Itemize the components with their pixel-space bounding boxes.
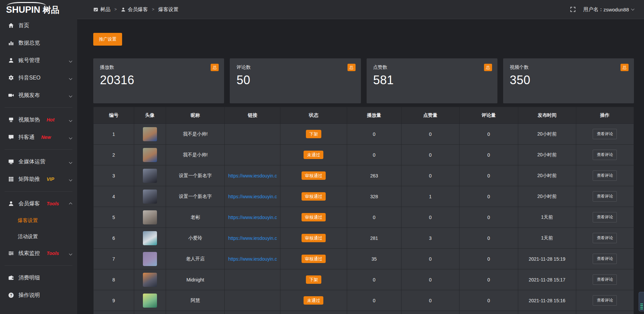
row-id: 4 (94, 186, 134, 207)
view-comments-button[interactable]: 查看评论 (593, 129, 617, 139)
sidebar-item-label: 抖客通 (18, 134, 35, 141)
sidebar-item[interactable]: 矩阵助推 VIP (0, 170, 77, 188)
fullscreen-icon[interactable] (570, 6, 576, 12)
videos-table: 编号头像昵称链接状态播放量点赞量评论量发布时间操作 1 我不是小帅! 下架 0 … (93, 107, 634, 314)
view-comments-button[interactable]: 查看评论 (593, 274, 617, 285)
sidebar-item[interactable]: 首页 (0, 17, 77, 34)
user-icon (121, 7, 126, 12)
view-comments-button[interactable]: 查看评论 (593, 295, 617, 306)
stat-value: 50 (236, 73, 354, 87)
stat-cards: 播放数 总 20316 评论数 总 50 点赞数 总 581 视频个数 总 35… (93, 58, 634, 103)
video-link[interactable]: https://www.iesdouyin.c (228, 194, 277, 199)
total-badge: 总 (484, 64, 492, 71)
sidebar-item-label: 抖音SEO (18, 74, 41, 82)
floating-widget[interactable] (639, 292, 644, 311)
sidebar-subitem-label: 活动设置 (18, 233, 38, 240)
sidebar-item[interactable]: 线索监控 Tools (0, 245, 77, 262)
chevron-icon (69, 134, 72, 140)
publish-time: 20小时前 (518, 145, 576, 165)
table-row: 7 老人开店 https://www.iesdouyin.c 审核通过 35 0… (94, 249, 634, 269)
total-badge: 总 (347, 64, 356, 71)
sidebar: SHUPIN 树品 首页 数据总览 账号管理 抖音SEO 视频发布 视频加热 (0, 0, 77, 314)
nickname: 设置一个新名字 (166, 165, 225, 186)
view-comments-button[interactable]: 查看评论 (593, 212, 617, 222)
chevron-down-icon (631, 7, 635, 10)
plays-count: 281 (347, 228, 401, 249)
column-header: 链接 (225, 107, 280, 124)
avatar (143, 231, 157, 245)
sidebar-subitem-label: 爆客设置 (18, 217, 38, 224)
svg-text:?: ? (10, 293, 12, 297)
comments-count: 0 (459, 186, 518, 207)
sidebar-item-label: 数据总览 (18, 40, 40, 47)
status-badge: 下架 (306, 275, 321, 284)
sidebar-item[interactable]: 全媒体运营 (0, 153, 77, 170)
breadcrumb-item-section[interactable]: 会员爆客 (121, 6, 148, 13)
breadcrumb-item-home[interactable]: 树品 (93, 6, 110, 13)
view-comments-button[interactable]: 查看评论 (593, 150, 617, 160)
likes-count: 0 (401, 207, 459, 228)
avatar (143, 210, 157, 224)
stat-value: 350 (510, 73, 627, 87)
table-row: 1 我不是小帅! 下架 0 0 0 20小时前 查看评论 (94, 124, 634, 145)
publish-time: 20小时前 (518, 165, 576, 186)
column-header: 评论量 (459, 107, 518, 124)
avatar (143, 273, 157, 287)
sidebar-item[interactable]: 数据总览 (0, 34, 77, 52)
sidebar-item[interactable]: 视频发布 (0, 87, 77, 104)
likes-count: 0 (401, 249, 459, 269)
comments-count: 0 (459, 165, 518, 186)
sidebar-item[interactable]: 抖音SEO (0, 69, 77, 87)
stat-label: 视频个数 (510, 64, 627, 70)
video-link[interactable]: https://www.iesdouyin.c (228, 215, 277, 220)
table-header-row: 编号头像昵称链接状态播放量点赞量评论量发布时间操作 (94, 107, 634, 124)
table-row: 6 小爱玲 https://www.iesdouyin.c 审核通过 281 3… (94, 228, 634, 249)
sidebar-item[interactable]: 消费明细 (0, 269, 77, 286)
likes-count: 0 (401, 165, 459, 186)
stat-card-likes: 点赞数 总 581 (367, 58, 497, 103)
sidebar-subitem[interactable]: 活动设置 (0, 228, 77, 245)
total-badge: 总 (621, 64, 629, 71)
main-content: 推广设置 播放数 总 20316 评论数 总 50 点赞数 总 581 视频个数… (77, 19, 644, 314)
row-id: 9 (94, 290, 134, 311)
sidebar-item-label: 操作说明 (18, 292, 40, 299)
stat-value: 20316 (100, 73, 217, 87)
sidebar-subitem[interactable]: 爆客设置 (0, 212, 77, 228)
sidebar-item[interactable]: 视频加热 Hot (0, 111, 77, 128)
video-link[interactable]: https://www.iesdouyin.c (228, 256, 277, 262)
nickname: 阿慧 (166, 290, 225, 311)
promotion-settings-button[interactable]: 推广设置 (93, 33, 122, 46)
avatar (143, 148, 157, 162)
nickname: 我不是小帅! (166, 145, 225, 165)
table-row: 2 我不是小帅! 未通过 0 0 0 20小时前 查看评论 (94, 145, 634, 165)
table-row: 5 老彬 https://www.iesdouyin.c 审核通过 0 0 0 … (94, 207, 634, 228)
wallet-icon (8, 275, 14, 281)
sidebar-menu: 首页 数据总览 账号管理 抖音SEO 视频发布 视频加热 Hot 抖客通 New (0, 17, 77, 304)
nickname: 小爱玲 (166, 228, 225, 249)
sidebar-item-label: 会员爆客 (18, 200, 40, 207)
sidebar-divider (5, 107, 72, 108)
view-comments-button[interactable]: 查看评论 (593, 233, 617, 243)
likes-count (401, 311, 459, 314)
publish-time: 2021-11-28 15:16 (518, 290, 576, 311)
app-logo[interactable]: SHUPIN 树品 (0, 0, 77, 17)
video-link[interactable]: https://www.iesdouyin.c (228, 173, 277, 178)
sidebar-item[interactable]: 会员爆客 Tools (0, 195, 77, 212)
row-id: 5 (94, 207, 134, 228)
chevron-icon (69, 57, 72, 63)
sidebar-item[interactable]: ? 操作说明 (0, 286, 77, 304)
sidebar-item[interactable]: 抖客通 New (0, 128, 77, 146)
user-menu[interactable]: 用户名： zswodun88 (583, 6, 634, 13)
stat-value: 581 (373, 73, 491, 87)
view-comments-button[interactable]: 查看评论 (593, 254, 617, 264)
row-id: 3 (94, 165, 134, 186)
view-comments-button[interactable]: 查看评论 (593, 191, 617, 202)
sidebar-item-label: 视频发布 (18, 92, 40, 99)
publish-time (518, 311, 576, 314)
video-link[interactable]: https://www.iesdouyin.c (228, 235, 277, 241)
view-comments-button[interactable]: 查看评论 (593, 170, 617, 181)
chevron-icon (69, 176, 72, 182)
sidebar-item[interactable]: 账号管理 (0, 52, 77, 69)
status-badge: 未通过 (304, 151, 323, 159)
sliders-icon (8, 250, 14, 256)
